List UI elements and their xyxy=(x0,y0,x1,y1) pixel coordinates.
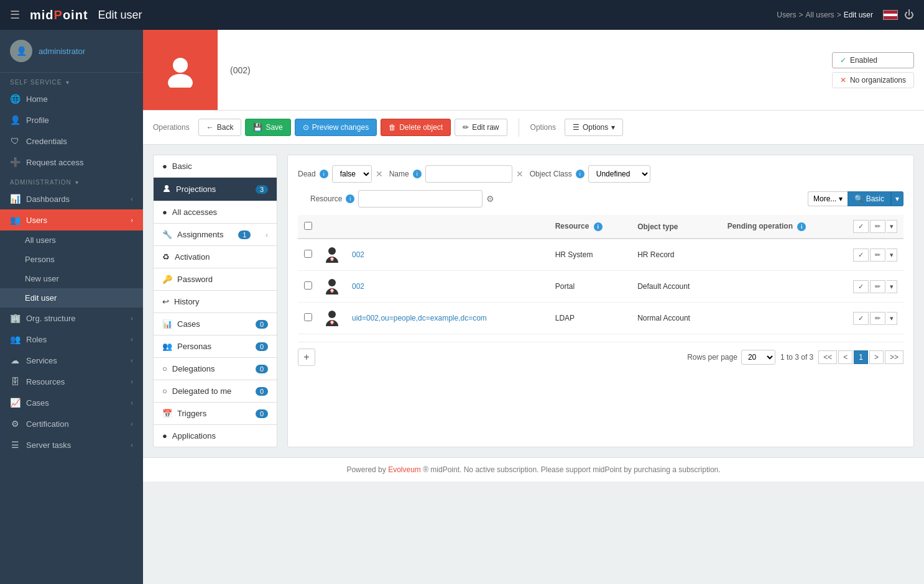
dead-label: Dead xyxy=(298,170,316,178)
sidebar-item-request-access[interactable]: ➕ Request access xyxy=(0,152,143,173)
row1-checkbox[interactable] xyxy=(304,250,312,258)
tab-applications[interactable]: ● Applications xyxy=(153,424,277,447)
row1-resource: HR System xyxy=(549,239,631,271)
dead-clear-icon[interactable]: ✕ xyxy=(376,169,383,179)
add-row-button[interactable]: + xyxy=(298,349,315,366)
sidebar-username[interactable]: administrator xyxy=(39,47,85,56)
row3-dropdown-button[interactable]: ▾ xyxy=(887,312,897,325)
more-filters-button[interactable]: More... ▾ xyxy=(808,191,848,206)
row2-actions: ✓ ✏ ▾ xyxy=(853,280,897,293)
tab-all-accesses[interactable]: ● All accesses xyxy=(153,201,277,223)
tab-basic[interactable]: ● Basic xyxy=(153,155,277,177)
save-button[interactable]: 💾 Save xyxy=(245,119,290,136)
tab-password[interactable]: 🔑 Password xyxy=(153,268,277,290)
back-button[interactable]: ← Back xyxy=(198,119,242,136)
current-page-button[interactable]: 1 xyxy=(854,350,868,364)
chevron-icon: ‹ xyxy=(131,378,133,385)
sidebar-item-cases[interactable]: 📈 Cases ‹ xyxy=(0,392,143,413)
tab-delegations[interactable]: ○ Delegations 0 xyxy=(153,357,277,380)
cases-icon: 📊 xyxy=(162,319,172,329)
rows-per-page-select[interactable]: 20 50 100 xyxy=(741,350,775,365)
next-page-button[interactable]: > xyxy=(869,350,884,364)
delegations-badge: 0 xyxy=(256,365,268,373)
header-action-edit[interactable]: ✏ xyxy=(870,220,885,233)
footer-brand-link[interactable]: Evolveum xyxy=(388,465,421,474)
row1-dropdown-button[interactable]: ▾ xyxy=(887,249,897,262)
tab-assignments[interactable]: 🔧 Assignments 1 ‹ xyxy=(153,223,277,245)
row1-edit-button[interactable]: ✏ xyxy=(870,249,885,262)
tab-cases[interactable]: 📊 Cases 0 xyxy=(153,313,277,335)
header-action-check[interactable]: ✓ xyxy=(853,220,869,233)
sidebar-sub-all-users[interactable]: All users xyxy=(0,230,143,250)
name-info-icon[interactable]: i xyxy=(413,170,422,178)
preview-changes-button[interactable]: ⊙ Preview changes xyxy=(295,119,377,136)
select-all-checkbox[interactable] xyxy=(304,222,312,230)
sidebar-item-users[interactable]: 👥 Users › xyxy=(0,209,143,230)
name-input[interactable] xyxy=(425,165,512,183)
resource-gear-icon[interactable]: ⚙ xyxy=(486,194,494,204)
sidebar-item-dashboards[interactable]: 📊 Dashboards ‹ xyxy=(0,188,143,209)
row3-checkbox[interactable] xyxy=(304,313,312,321)
delete-object-button[interactable]: 🗑 Delete object xyxy=(381,119,451,136)
sidebar-item-home[interactable]: 🌐 Home xyxy=(0,88,143,109)
tab-activation[interactable]: ♻ Activation xyxy=(153,245,277,268)
delegated-to-me-badge: 0 xyxy=(256,387,268,396)
row3-check-button[interactable]: ✓ xyxy=(853,312,869,325)
options-button[interactable]: ☰ Options ▾ xyxy=(565,119,623,136)
edit-raw-button[interactable]: ✏ Edit raw xyxy=(455,119,507,136)
sidebar-item-services[interactable]: ☁ Services ‹ xyxy=(0,350,143,371)
sidebar-item-org-structure[interactable]: 🏢 Org. structure ‹ xyxy=(0,308,143,329)
row2-edit-button[interactable]: ✏ xyxy=(870,280,885,293)
breadcrumb-all-users[interactable]: All users xyxy=(806,11,834,19)
password-icon: 🔑 xyxy=(162,275,172,284)
prev-page-button[interactable]: < xyxy=(838,350,852,364)
resource-input[interactable] xyxy=(358,190,483,208)
first-page-button[interactable]: << xyxy=(818,350,837,364)
rows-per-page: Rows per page 20 50 100 xyxy=(687,350,775,365)
row3-user-icon xyxy=(325,309,340,327)
navbar-actions: ⏻ xyxy=(883,9,914,21)
search-icon: 🔍 xyxy=(854,194,864,203)
search-dropdown-button[interactable]: ▾ xyxy=(891,191,903,206)
power-icon[interactable]: ⏻ xyxy=(904,9,914,21)
resource-info-icon[interactable]: i xyxy=(346,194,354,203)
sidebar-item-server-tasks[interactable]: ☰ Server tasks ‹ xyxy=(0,434,143,455)
last-page-button[interactable]: >> xyxy=(885,350,903,364)
sidebar-item-roles[interactable]: 👥 Roles ‹ xyxy=(0,329,143,350)
sidebar-item-resources[interactable]: 🗄 Resources ‹ xyxy=(0,371,143,392)
tab-projections[interactable]: Projections 3 xyxy=(153,177,277,201)
tab-triggers[interactable]: 📅 Triggers 0 xyxy=(153,402,277,424)
search-button[interactable]: 🔍 Basic xyxy=(848,191,891,206)
pending-op-info-icon[interactable]: i xyxy=(797,222,806,231)
toolbar-divider xyxy=(519,118,519,137)
sidebar-item-certification[interactable]: ⚙ Certification ‹ xyxy=(0,413,143,434)
tab-personas[interactable]: 👥 Personas 0 xyxy=(153,335,277,357)
dead-select[interactable]: false true xyxy=(332,165,372,183)
sidebar-sub-persons[interactable]: Persons xyxy=(0,250,143,269)
row3-name-link[interactable]: uid=002,ou=people,dc=example,dc=com xyxy=(352,314,487,322)
dead-info-icon[interactable]: i xyxy=(320,170,328,178)
sidebar-sub-new-user[interactable]: New user xyxy=(0,269,143,288)
resource-col-info-icon[interactable]: i xyxy=(594,222,603,231)
sidebar-item-credentials[interactable]: 🛡 Credentials xyxy=(0,130,143,152)
tab-history[interactable]: ↩ History xyxy=(153,290,277,313)
header-action-dropdown[interactable]: ▾ xyxy=(887,220,897,233)
breadcrumb-users[interactable]: Users xyxy=(777,11,796,19)
menu-icon[interactable]: ☰ xyxy=(10,8,20,22)
row2-checkbox[interactable] xyxy=(304,281,312,290)
row2-check-button[interactable]: ✓ xyxy=(853,280,869,293)
row1-name-link[interactable]: 002 xyxy=(352,250,364,259)
object-class-info-icon[interactable]: i xyxy=(576,170,584,178)
projections-badge: 3 xyxy=(256,185,268,194)
row2-name-link[interactable]: 002 xyxy=(352,282,364,291)
row3-edit-button[interactable]: ✏ xyxy=(870,312,885,325)
language-flag-icon[interactable] xyxy=(883,10,898,20)
name-clear-icon[interactable]: ✕ xyxy=(516,169,524,179)
object-class-select[interactable]: Undefined xyxy=(588,165,650,183)
sidebar-item-profile[interactable]: 👤 Profile xyxy=(0,109,143,130)
row1-check-button[interactable]: ✓ xyxy=(853,249,869,262)
sidebar-sub-edit-user[interactable]: Edit user xyxy=(0,288,143,308)
svg-point-0 xyxy=(173,58,188,73)
tab-delegated-to-me[interactable]: ○ Delegated to me 0 xyxy=(153,380,277,402)
row2-dropdown-button[interactable]: ▾ xyxy=(887,280,897,293)
